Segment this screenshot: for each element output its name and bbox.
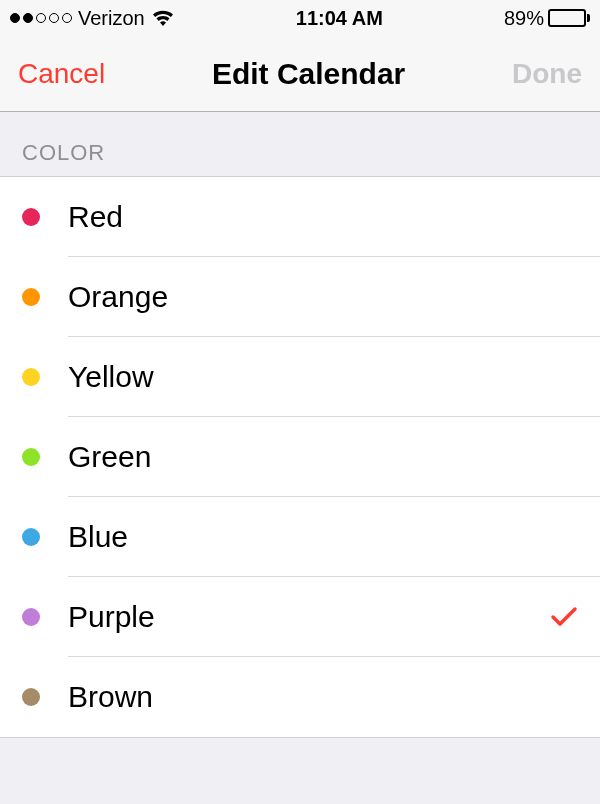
color-swatch-icon — [22, 288, 40, 306]
battery-percent: 89% — [504, 7, 544, 30]
color-row-red[interactable]: Red — [0, 177, 600, 257]
wifi-icon — [151, 9, 175, 27]
checkmark-icon — [550, 605, 578, 629]
color-label: Purple — [68, 600, 155, 634]
color-swatch-icon — [22, 368, 40, 386]
color-swatch-icon — [22, 608, 40, 626]
page-title: Edit Calendar — [212, 57, 405, 91]
signal-strength-icon — [10, 13, 72, 23]
cancel-button[interactable]: Cancel — [18, 58, 105, 90]
battery-icon — [548, 9, 590, 27]
color-row-purple[interactable]: Purple — [0, 577, 600, 657]
color-row-green[interactable]: Green — [0, 417, 600, 497]
color-row-brown[interactable]: Brown — [0, 657, 600, 737]
color-label: Orange — [68, 280, 168, 314]
color-swatch-icon — [22, 208, 40, 226]
status-bar-left: Verizon — [10, 7, 175, 30]
color-label: Brown — [68, 680, 153, 714]
color-row-orange[interactable]: Orange — [0, 257, 600, 337]
carrier-label: Verizon — [78, 7, 145, 30]
color-swatch-icon — [22, 528, 40, 546]
section-header: COLOR — [0, 112, 600, 176]
color-swatch-icon — [22, 688, 40, 706]
color-label: Yellow — [68, 360, 154, 394]
color-label: Red — [68, 200, 123, 234]
status-bar: Verizon 11:04 AM 89% — [0, 0, 600, 36]
color-swatch-icon — [22, 448, 40, 466]
status-bar-right: 89% — [504, 7, 590, 30]
nav-bar: Cancel Edit Calendar Done — [0, 36, 600, 112]
color-label: Blue — [68, 520, 128, 554]
done-button[interactable]: Done — [512, 58, 582, 90]
color-list: RedOrangeYellowGreenBluePurpleBrown — [0, 176, 600, 738]
color-row-yellow[interactable]: Yellow — [0, 337, 600, 417]
status-bar-time: 11:04 AM — [296, 7, 383, 30]
color-row-blue[interactable]: Blue — [0, 497, 600, 577]
color-label: Green — [68, 440, 151, 474]
